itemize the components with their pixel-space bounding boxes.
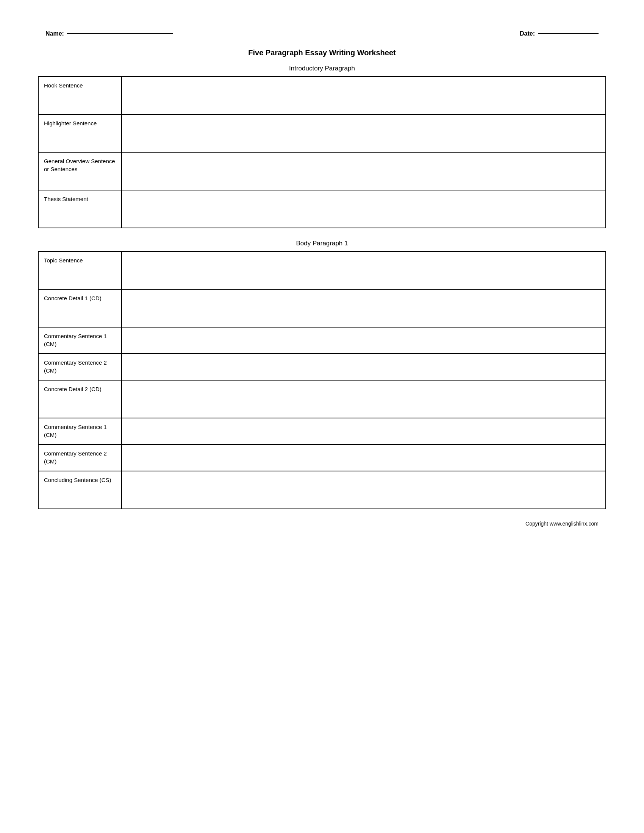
table-row: Topic Sentence xyxy=(38,251,606,289)
row-content-1-4[interactable] xyxy=(122,380,606,418)
table-row: Concrete Detail 2 (CD) xyxy=(38,380,606,418)
table-row: Thesis Statement xyxy=(38,190,606,228)
row-content-0-3[interactable] xyxy=(122,190,606,228)
table-row: Highlighter Sentence xyxy=(38,114,606,152)
row-content-0-1[interactable] xyxy=(122,114,606,152)
row-label-0-3: Thesis Statement xyxy=(38,190,122,228)
name-underline[interactable] xyxy=(67,33,173,34)
sections-container: Introductory ParagraphHook SentenceHighl… xyxy=(38,65,606,509)
table-row: Commentary Sentence 1 (CM) xyxy=(38,418,606,444)
row-content-1-0[interactable] xyxy=(122,251,606,289)
copyright: Copyright www.englishlinx.com xyxy=(38,521,606,527)
section-table-0: Hook SentenceHighlighter SentenceGeneral… xyxy=(38,76,606,228)
row-label-1-7: Concluding Sentence (CS) xyxy=(38,471,122,509)
section-table-1: Topic SentenceConcrete Detail 1 (CD)Comm… xyxy=(38,251,606,509)
table-row: Commentary Sentence 2 (CM) xyxy=(38,354,606,380)
row-content-1-6[interactable] xyxy=(122,444,606,471)
table-row: Commentary Sentence 1 (CM) xyxy=(38,327,606,354)
name-field: Name: xyxy=(45,30,173,37)
row-content-1-2[interactable] xyxy=(122,327,606,354)
name-label: Name: xyxy=(45,30,64,37)
date-underline[interactable] xyxy=(538,33,599,34)
table-row: Concluding Sentence (CS) xyxy=(38,471,606,509)
row-label-1-1: Concrete Detail 1 (CD) xyxy=(38,289,122,327)
row-label-1-4: Concrete Detail 2 (CD) xyxy=(38,380,122,418)
table-row: Hook Sentence xyxy=(38,77,606,114)
row-label-0-2: General Overview Sentence or Sentences xyxy=(38,152,122,190)
row-label-1-3: Commentary Sentence 2 (CM) xyxy=(38,354,122,380)
section-title-1: Body Paragraph 1 xyxy=(38,240,606,247)
row-content-1-1[interactable] xyxy=(122,289,606,327)
row-label-1-5: Commentary Sentence 1 (CM) xyxy=(38,418,122,444)
row-content-1-7[interactable] xyxy=(122,471,606,509)
header: Name: Date: xyxy=(38,30,606,37)
table-row: General Overview Sentence or Sentences xyxy=(38,152,606,190)
date-field: Date: xyxy=(520,30,599,37)
row-content-0-2[interactable] xyxy=(122,152,606,190)
row-label-1-0: Topic Sentence xyxy=(38,251,122,289)
date-label: Date: xyxy=(520,30,535,37)
row-label-1-2: Commentary Sentence 1 (CM) xyxy=(38,327,122,354)
row-label-0-0: Hook Sentence xyxy=(38,77,122,114)
page-title: Five Paragraph Essay Writing Worksheet xyxy=(38,48,606,57)
row-content-1-3[interactable] xyxy=(122,354,606,380)
row-content-0-0[interactable] xyxy=(122,77,606,114)
row-label-0-1: Highlighter Sentence xyxy=(38,114,122,152)
table-row: Commentary Sentence 2 (CM) xyxy=(38,444,606,471)
row-label-1-6: Commentary Sentence 2 (CM) xyxy=(38,444,122,471)
row-content-1-5[interactable] xyxy=(122,418,606,444)
section-title-0: Introductory Paragraph xyxy=(38,65,606,72)
table-row: Concrete Detail 1 (CD) xyxy=(38,289,606,327)
